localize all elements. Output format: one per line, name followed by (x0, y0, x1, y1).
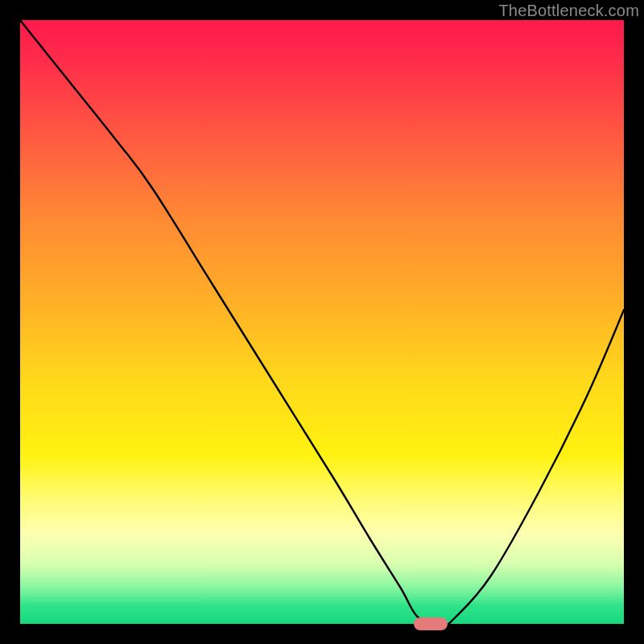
bottleneck-curve (20, 20, 624, 624)
plot-area (20, 20, 624, 624)
optimal-point-marker (414, 617, 448, 630)
bottleneck-curve-path (20, 20, 624, 624)
chart-frame: TheBottleneck.com (0, 0, 644, 644)
watermark-text: TheBottleneck.com (498, 2, 639, 20)
